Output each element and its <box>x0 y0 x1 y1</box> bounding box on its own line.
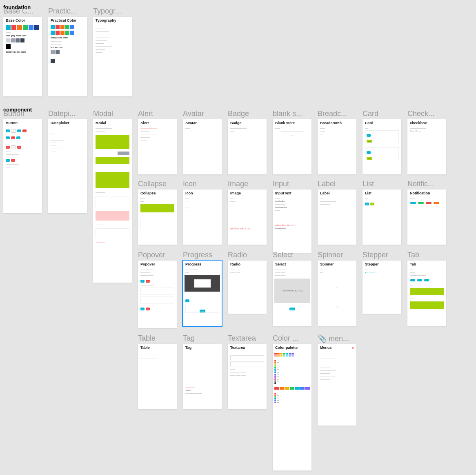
frame-title-select[interactable]: Select <box>273 251 309 259</box>
frame-list[interactable]: List —— — — <box>363 190 401 245</box>
h: Select <box>273 261 311 268</box>
close-icon[interactable]: ✕ <box>352 346 354 349</box>
t: —————— <box>93 223 132 226</box>
frame-color-palette[interactable]: Color palette —— —— —— —— —— —— —— —— ——… <box>273 344 311 471</box>
h: Progress <box>183 261 222 268</box>
frame-label[interactable]: Label —— —————————— ——— ——— <box>318 190 356 245</box>
frame-title-breadcrumb[interactable]: Breadc... <box>318 109 354 118</box>
frame-title-blank[interactable]: blank s... <box>273 109 309 118</box>
frame-title-list[interactable]: List <box>363 180 399 188</box>
frame-title-card[interactable]: Card <box>363 109 399 118</box>
frame-blank-state[interactable]: Blank state ——— □ <box>273 119 311 174</box>
frame-title-textarea[interactable]: Textarea <box>228 334 265 343</box>
frame-alert[interactable]: Alert —————————— —————— —————————— —————… <box>138 119 177 174</box>
frame-icon[interactable]: Icon —— · · · · · · · · · · · · · · · · … <box>183 190 222 245</box>
frame-avatar[interactable]: Avatar ——— · <box>183 119 222 174</box>
frame-menus[interactable]: Menus ✕ ——— ——— ——— ——— ——— ——— ——— ——— … <box>318 344 356 426</box>
frame-button[interactable]: Button — — — — — — — ——— — — — ——— —————… <box>3 119 42 213</box>
frame-title-checkbox[interactable]: Check... <box>407 109 444 118</box>
frame-title-avatar[interactable]: Avatar <box>183 109 220 118</box>
frame-title-tab[interactable]: Tab <box>407 251 444 259</box>
c <box>283 355 285 357</box>
frame-title-label[interactable]: Label <box>318 180 354 188</box>
b: —— <box>200 310 205 312</box>
btn: — <box>11 129 16 133</box>
t: ——— ——— ——— <box>318 363 356 366</box>
t: InputSuggestion <box>273 206 311 209</box>
frame-base-color[interactable]: Base Color ——— base gray scale color Sem… <box>3 17 42 96</box>
frame-typography[interactable]: Typography —————————— —————— ———————— ——… <box>93 17 132 96</box>
c <box>277 355 280 357</box>
frame-title-alert[interactable]: Alert <box>138 109 175 118</box>
frame-textarea[interactable]: Textarea —— ——— —————————— ——— ——— ——— <box>228 344 267 409</box>
swatch <box>65 25 69 29</box>
frame-modal[interactable]: Modal —————————— —————— —————————— —————… <box>93 119 132 283</box>
frame-breadcrumb[interactable]: Breadcrumb ——— ——— —— <box>318 119 356 174</box>
b: — <box>185 299 189 302</box>
frame-tab[interactable]: Tab —— ——— —————————— —— —— <box>407 261 446 326</box>
frame-input[interactable]: InputText ——— InputTextArea ——— ——— Inpu… <box>273 190 311 253</box>
frame-title-input[interactable]: Input <box>273 180 309 188</box>
frame-title-spinner[interactable]: Spinner <box>318 251 354 259</box>
h: Modal <box>93 119 132 127</box>
frame-card[interactable]: Card —— — —— — —— <box>363 119 401 174</box>
t: ——— <box>318 127 356 129</box>
frame-popover[interactable]: Popover ———————— —————— ———————— — — ———… <box>138 261 177 328</box>
frame-title-colorpalette[interactable]: Color ... <box>273 334 309 343</box>
frame-title-practical[interactable]: Practic... <box>48 7 85 16</box>
frame-title-modal[interactable]: Modal <box>93 109 130 118</box>
swatch <box>56 50 60 54</box>
h: Image <box>228 190 267 197</box>
t: ——— <box>273 197 311 200</box>
modal-body-green <box>96 135 129 149</box>
frame-stepper[interactable]: Stepper —— ● — ○ — ○ — ○ <box>363 261 401 314</box>
frame-progress[interactable]: Progress ———————— —— ———————— — —— <box>183 261 222 326</box>
palette-list: —— —— —— —— —— —— —— —— —— —— —— —— —— —… <box>273 358 311 386</box>
h: Menus <box>320 346 332 350</box>
frame-badge[interactable]: Badge —————————— ——— <box>228 119 267 174</box>
frame-title-collapse[interactable]: Collapse <box>138 180 175 188</box>
frame-notification[interactable]: Notification ——— <box>407 190 446 245</box>
frame-title-image[interactable]: Image <box>228 180 265 188</box>
t: —————— <box>93 191 132 194</box>
t: ——— <box>273 127 311 129</box>
frame-table[interactable]: Table ——— ——— ——— ——— ——— ——— ——— ——— ——… <box>138 344 177 409</box>
frame-image[interactable]: Image —— ——— 画像の取得に失敗しました <box>228 190 267 245</box>
t: ———————— <box>48 138 87 141</box>
frame-title-table[interactable]: Table <box>138 334 175 343</box>
frame-title-stepper[interactable]: Stepper <box>363 251 399 259</box>
frame-title-radio[interactable]: Radio <box>228 251 265 259</box>
c <box>286 353 288 355</box>
c <box>280 355 282 357</box>
t: ——— ——— <box>318 378 356 381</box>
frame-title-menus[interactable]: 📎 men... <box>318 334 354 343</box>
frame-title-badge[interactable]: Badge <box>228 109 265 118</box>
swatch-green <box>23 25 28 30</box>
t: · · ● · · · · <box>48 132 87 135</box>
frame-datepicker[interactable]: Datepicker · · · · · · · · · · · · · · ·… <box>48 119 87 213</box>
frame-title-icon[interactable]: Icon <box>183 180 220 188</box>
h: Color palette <box>273 344 311 351</box>
frame-radio[interactable]: Radio —— ○ —— ○ —— <box>228 261 267 314</box>
frame-select[interactable]: Select ——— ——— ——— ——— ——— ——— 一覧を取得出来ませ… <box>273 261 311 326</box>
frame-spinner[interactable]: Spinner —— —— ◌ ◌ <box>318 261 356 326</box>
frame-title-typography[interactable]: Typogr... <box>93 7 130 16</box>
frame-title-popover[interactable]: Popover <box>138 251 175 259</box>
h: Stepper <box>363 261 401 268</box>
btn: — <box>11 145 16 149</box>
t: —————— <box>93 48 132 51</box>
frame-title-base-color[interactable]: Base C... <box>3 7 40 16</box>
frame-checkbox[interactable]: checkbox —————————— ☐ —— ☐ —— <box>407 119 446 174</box>
frame-title-tag[interactable]: Tag <box>183 334 220 343</box>
frame-collapse[interactable]: Collapse ——— —— —— <box>138 190 177 245</box>
frame-tag[interactable]: Tag —————— —— —————— TagText —————————— <box>183 344 222 409</box>
frame-title-progress[interactable]: Progress <box>183 251 220 259</box>
frame-practical-color[interactable]: Practical Color background color —— —— —… <box>48 17 87 96</box>
frame-title-button[interactable]: Button <box>3 109 40 118</box>
t: —————— <box>93 33 132 36</box>
t: ——— ——— ——— <box>138 357 177 360</box>
frame-title-datepicker[interactable]: Datepi... <box>48 109 85 118</box>
frame-title-notification[interactable]: Notific... <box>407 180 444 188</box>
t: ——— ——— <box>273 268 311 271</box>
t: ——— ——— ——— <box>138 351 177 354</box>
